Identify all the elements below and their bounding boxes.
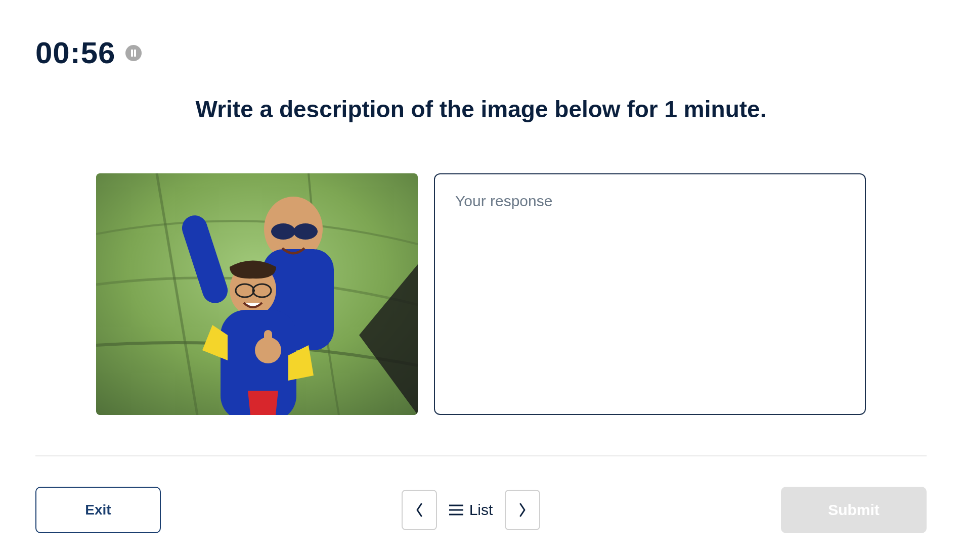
- pause-button[interactable]: [125, 45, 142, 61]
- pause-icon: [130, 50, 137, 57]
- footer-row: Exit List Submit: [35, 487, 927, 533]
- content-row: [35, 173, 927, 415]
- divider: [35, 455, 927, 456]
- svg-rect-1: [134, 50, 136, 57]
- menu-icon: [449, 504, 463, 516]
- response-input[interactable]: [434, 173, 866, 415]
- list-label: List: [469, 501, 493, 519]
- next-button[interactable]: [505, 490, 540, 530]
- exit-button-label: Exit: [85, 502, 111, 518]
- nav-group: List: [402, 490, 541, 530]
- timer-display: 00:56: [35, 35, 115, 70]
- prev-button[interactable]: [402, 490, 437, 530]
- prompt-text: Write a description of the image below f…: [35, 96, 927, 123]
- svg-rect-0: [131, 50, 133, 57]
- svg-rect-14: [264, 330, 272, 347]
- header-row: 00:56: [35, 35, 927, 70]
- exit-button[interactable]: Exit: [35, 487, 161, 533]
- prompt-image: [96, 173, 418, 415]
- chevron-left-icon: [415, 503, 423, 517]
- svg-rect-7: [292, 229, 300, 232]
- chevron-right-icon: [518, 503, 527, 517]
- submit-button-label: Submit: [828, 501, 880, 519]
- svg-point-5: [271, 223, 295, 240]
- submit-button[interactable]: Submit: [781, 487, 927, 533]
- list-button[interactable]: List: [449, 501, 493, 519]
